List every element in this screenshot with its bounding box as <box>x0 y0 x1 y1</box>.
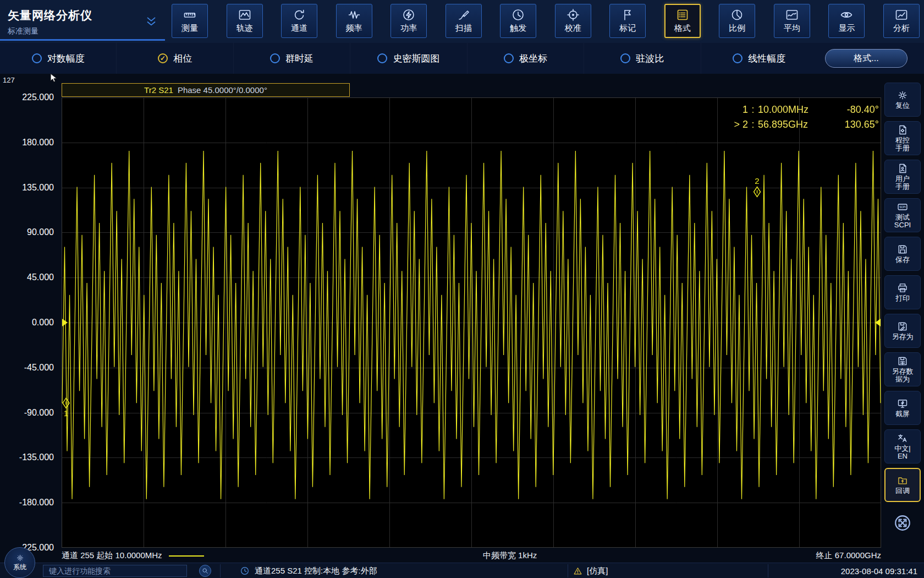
trace-legend-line <box>169 555 204 557</box>
svg-text:SCPI: SCPI <box>899 205 906 209</box>
y-axis-tick: -90.000 <box>24 408 54 418</box>
print-icon <box>897 282 908 293</box>
sidebar-button[interactable]: 另存数 据为 <box>884 352 921 386</box>
sidebar-button[interactable]: 用户 手册 <box>884 160 921 194</box>
simulation-label: [仿真] <box>587 566 608 576</box>
toolbar-button[interactable]: 功率 <box>391 4 427 38</box>
sidebar-button[interactable]: 中文| EN <box>884 429 921 464</box>
sweep-icon <box>457 8 470 21</box>
search-icon <box>201 567 209 575</box>
system-label: 系统 <box>13 563 26 572</box>
toolbar-button[interactable]: 通道 <box>281 4 317 38</box>
y-axis-tick: 180.000 <box>22 138 54 148</box>
format-option[interactable]: ✓ 极坐标 <box>467 43 584 74</box>
toolbar-button[interactable]: 校准 <box>555 4 591 38</box>
sidebar-button[interactable] <box>884 506 921 541</box>
save-as-icon <box>897 321 908 332</box>
y-axis-tick: 45.000 <box>27 272 54 282</box>
format-menu-row: ✓ 对数幅度 ✓ 相位 ✓ 群时延 ✓ 史密斯圆图 ✓ 极坐标 ✓ 驻波比 ✓ … <box>0 43 924 75</box>
radio-icon: ✓ <box>377 53 387 63</box>
display-icon <box>840 8 853 21</box>
check-icon: ✓ <box>160 55 166 62</box>
format-more-button[interactable]: 格式... <box>825 49 908 68</box>
screenshot-icon <box>897 398 908 409</box>
sidebar-button[interactable]: 程控 手册 <box>884 121 921 155</box>
ruler-icon <box>183 8 196 21</box>
toolbar-button[interactable]: 测量 <box>172 4 208 38</box>
calibration-icon <box>566 8 580 21</box>
app-subtitle: 标准测量 <box>8 26 92 36</box>
top-header: 矢量网络分析仪 标准测量 测量 轨迹 通道 频率 功率 扫描 触发 校准 <box>0 0 924 43</box>
frequency-icon <box>348 8 361 21</box>
plot-region: 127 Tr2 S21 Phase 45.0000°/0.0000° 225.0… <box>0 74 924 563</box>
move-icon <box>893 514 912 532</box>
format-option[interactable]: ✓ 对数幅度 <box>0 43 116 74</box>
chevron-double-down-icon[interactable] <box>144 15 158 29</box>
app-title: 矢量网络分析仪 <box>8 8 92 23</box>
app-title-group: 矢量网络分析仪 标准测量 <box>8 8 92 36</box>
toolbar-button[interactable]: 比例 <box>719 4 755 38</box>
format-option[interactable]: ✓ 驻波比 <box>584 43 700 74</box>
format-option[interactable]: ✓ 相位 <box>116 43 233 74</box>
remote-status-icon <box>240 566 250 576</box>
radio-icon: ✓ <box>504 53 514 63</box>
user-manual-icon <box>897 163 908 174</box>
format-option[interactable]: ✓ 群时延 <box>233 43 350 74</box>
y-axis-labels: 225.000180.000135.00090.00045.0000.000-4… <box>0 97 57 548</box>
y-axis-tick: -180.000 <box>19 498 54 508</box>
toolbar-button[interactable]: 触发 <box>500 4 536 38</box>
toolbar-button[interactable]: 显示 <box>828 4 865 38</box>
sidebar-button[interactable]: 复位 <box>884 83 921 117</box>
toolbar-button[interactable]: 标记 <box>609 4 646 38</box>
status-bar: 通道255 S21 控制:本地 参考:外部 [仿真] 2023-08-04 09… <box>0 563 924 578</box>
sweep-info: 通道 255 起始 10.0000MHz 中频带宽 1kHz 终止 67.000… <box>62 550 881 561</box>
toolbar-button[interactable]: 平均 <box>774 4 810 38</box>
radio-icon: ✓ <box>32 53 42 63</box>
trace-name: Tr2 S21 <box>144 85 173 95</box>
format-icon <box>676 8 689 21</box>
marker-readout-row: > 2 : 56.895GHz 130.65° <box>683 117 879 132</box>
sidebar-button[interactable]: 另存为 <box>884 314 921 348</box>
marker-readout-row: 1 : 10.000MHz -80.40° <box>683 102 879 117</box>
sweep-start-label: 通道 255 起始 10.0000MHz <box>62 550 162 560</box>
channel-icon <box>293 8 306 21</box>
statusbar-separator <box>568 564 568 577</box>
toolbar-button[interactable]: 分析 <box>883 4 920 38</box>
trace-title-bar[interactable]: Tr2 S21 Phase 45.0000°/0.0000° <box>62 83 350 97</box>
radio-icon: ✓ <box>620 53 630 63</box>
toolbar-button[interactable]: 格式 <box>664 4 701 38</box>
phase-trace-chart[interactable] <box>62 97 881 548</box>
y-axis-tick: -135.000 <box>19 452 54 462</box>
statusbar-separator <box>768 564 768 577</box>
marker-icon <box>621 8 634 21</box>
y-axis-tick: -45.000 <box>24 363 54 373</box>
format-options: ✓ 对数幅度 ✓ 相位 ✓ 群时延 ✓ 史密斯圆图 ✓ 极坐标 ✓ 驻波比 ✓ … <box>0 43 817 74</box>
toolbar-button[interactable]: 扫描 <box>446 4 482 38</box>
sidebar-button[interactable]: 保存 <box>884 237 921 271</box>
analysis-icon <box>895 8 908 21</box>
sidebar-button[interactable]: 回调 <box>884 468 921 502</box>
format-option[interactable]: ✓ 史密斯圆图 <box>350 43 466 74</box>
trace-format-scale: Phase 45.0000°/0.0000° <box>178 85 267 95</box>
toolbar-button[interactable]: 频率 <box>336 4 372 38</box>
sidebar-button[interactable]: 截屏 <box>884 391 921 425</box>
trigger-icon <box>512 8 525 21</box>
reset-icon <box>897 90 908 101</box>
right-sidebar: 复位 程控 手册 用户 手册 SCPI 测试 SCPI 保存 打印 另存为 另存… <box>884 83 921 541</box>
save-icon <box>897 244 908 255</box>
toolbar-button[interactable]: 轨迹 <box>227 4 263 38</box>
y-axis-tick: 135.000 <box>22 183 54 193</box>
sweep-stop-label: 终止 67.0000GHz <box>816 550 881 561</box>
y-axis-tick: 90.000 <box>27 227 54 237</box>
app-title-block[interactable]: 矢量网络分析仪 标准测量 <box>0 0 165 41</box>
programming-manual-icon <box>897 124 908 135</box>
language-icon <box>897 433 908 444</box>
sweep-start-group: 通道 255 起始 10.0000MHz <box>62 550 204 561</box>
scale-icon <box>730 8 744 21</box>
search-input[interactable] <box>43 565 187 577</box>
system-button[interactable]: 系统 <box>4 547 35 578</box>
sidebar-button[interactable]: SCPI 测试 SCPI <box>884 198 921 232</box>
search-button[interactable] <box>199 565 211 577</box>
sidebar-button[interactable]: 打印 <box>884 275 921 309</box>
format-option[interactable]: ✓ 线性幅度 <box>701 43 817 74</box>
